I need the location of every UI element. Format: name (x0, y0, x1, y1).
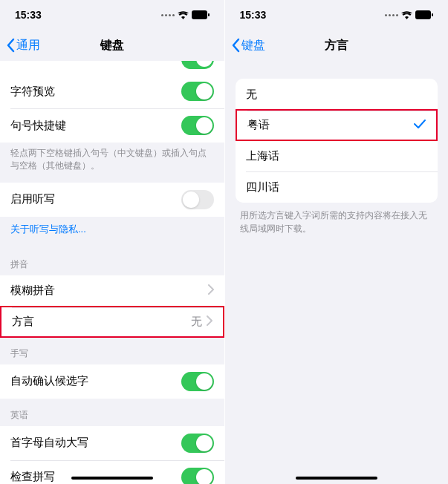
footer-text: 轻点两下空格键插入句号（中文键盘）或插入句点与空格（其他键盘）。 (0, 143, 224, 183)
back-button[interactable]: 键盘 (231, 38, 265, 53)
option-shanghainese[interactable]: 上海话 (236, 140, 438, 171)
chevron-left-icon (231, 38, 240, 53)
row-label: 模糊拼音 (10, 284, 55, 298)
option-label: 上海话 (246, 149, 279, 163)
group-dictation: 启用听写 (0, 183, 224, 217)
privacy-link[interactable]: 关于听写与隐私... (0, 217, 224, 248)
row-dialect[interactable]: 方言 无 (0, 306, 224, 338)
toggle-period-shortcut[interactable] (181, 116, 214, 135)
svg-rect-0 (192, 10, 207, 19)
row-value-group: 无 (191, 315, 212, 329)
dialect-content: 无 粤语 上海话 四川话 用所选方言键入字词所需的支持内容将在接入无线局域网时下… (225, 61, 449, 484)
toggle-auto-capitalize[interactable] (181, 434, 214, 453)
row-enable-dictation[interactable]: 启用听写 (0, 183, 224, 217)
page-title: 方言 (325, 38, 348, 53)
row-label: 启用听写 (10, 192, 55, 206)
group-dialect-options: 无 粤语 上海话 四川话 (236, 79, 438, 203)
group-text: 字符预览 句号快捷键 (0, 74, 224, 143)
option-label: 四川话 (246, 180, 279, 194)
status-bar: 15:33 (225, 0, 449, 30)
back-button[interactable]: 通用 (6, 38, 40, 53)
footer-text: 用所选方言键入字词所需的支持内容将在接入无线局域网时下载。 (225, 203, 449, 241)
row-auto-capitalize[interactable]: 首字母自动大写 (0, 426, 224, 460)
nav-bar: 键盘 方言 (225, 30, 449, 61)
option-cantonese[interactable]: 粤语 (236, 109, 438, 141)
toggle-check-spelling[interactable] (181, 468, 214, 484)
page-title: 键盘 (100, 38, 124, 53)
option-label: 无 (246, 88, 257, 102)
back-label: 键盘 (241, 38, 265, 53)
status-indicators (385, 10, 433, 19)
phone-right: 15:33 键盘 方言 无 粤语 上海话 四川话 (224, 0, 449, 484)
toggle-dictation[interactable] (181, 190, 214, 209)
section-english: 英语 (0, 399, 224, 426)
svg-rect-2 (415, 10, 431, 19)
partial-row (0, 61, 224, 74)
group-english: 首字母自动大写 检查拼写 输入预测 滑行键入时逐词删除 (0, 426, 224, 484)
row-label: 自动确认候选字 (10, 374, 88, 388)
checkmark-icon (414, 119, 426, 131)
svg-rect-1 (208, 13, 210, 16)
row-label: 方言 (12, 315, 34, 329)
wifi-icon (401, 11, 412, 19)
wifi-icon (178, 11, 189, 19)
chevron-left-icon (6, 38, 15, 53)
back-label: 通用 (16, 38, 40, 53)
chevron-right-icon (207, 315, 212, 328)
row-fuzzy-pinyin[interactable]: 模糊拼音 (0, 275, 224, 307)
row-label: 检查拼写 (10, 470, 55, 484)
row-auto-confirm[interactable]: 自动确认候选字 (0, 364, 224, 399)
status-bar: 15:33 (0, 0, 224, 30)
home-indicator (71, 477, 153, 480)
battery-icon (192, 10, 210, 19)
cellular-icon (161, 14, 175, 16)
group-handwrite: 自动确认候选字 (0, 364, 224, 399)
nav-bar: 通用 键盘 (0, 30, 224, 61)
phone-left: 15:33 通用 键盘 字符预览 句号快捷键 轻点两下空格键插入句号（中 (0, 0, 224, 484)
cellular-icon (385, 14, 398, 16)
row-label: 字符预览 (10, 85, 55, 99)
option-label: 粤语 (247, 118, 270, 132)
row-period-shortcut[interactable]: 句号快捷键 (0, 108, 224, 143)
svg-rect-3 (432, 13, 433, 16)
row-char-preview[interactable]: 字符预览 (0, 74, 224, 108)
option-sichuanese[interactable]: 四川话 (236, 171, 438, 203)
toggle-auto-confirm[interactable] (181, 372, 214, 391)
status-time: 15:33 (15, 9, 42, 21)
section-pinyin: 拼音 (0, 248, 224, 275)
row-check-spelling[interactable]: 检查拼写 (0, 460, 224, 484)
chevron-right-icon (208, 284, 214, 297)
group-pinyin: 模糊拼音 方言 无 (0, 275, 224, 338)
toggle-partial[interactable] (181, 61, 214, 69)
row-label: 句号快捷键 (10, 119, 66, 133)
battery-icon (415, 10, 433, 19)
settings-content: 字符预览 句号快捷键 轻点两下空格键插入句号（中文键盘）或插入句点与空格（其他键… (0, 61, 224, 484)
toggle-char-preview[interactable] (181, 82, 214, 101)
status-indicators (161, 10, 210, 19)
home-indicator (296, 477, 377, 480)
option-none[interactable]: 无 (236, 79, 438, 110)
status-time: 15:33 (240, 9, 267, 21)
row-value: 无 (191, 315, 202, 329)
section-handwrite: 手写 (0, 337, 224, 364)
row-label: 首字母自动大写 (10, 436, 88, 450)
